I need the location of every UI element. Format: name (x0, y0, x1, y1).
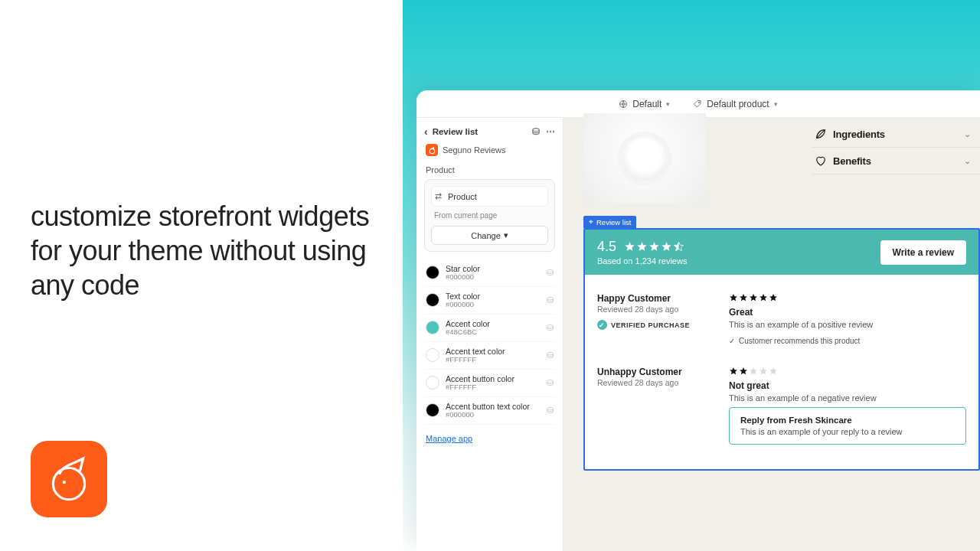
preview-canvas: Ingredients ⌄ Benefits ⌄ ⌖ Re (564, 118, 980, 551)
color-swatch (426, 293, 439, 307)
product-picker[interactable]: ⇄ Product (431, 186, 548, 207)
database-icon[interactable]: ⛁ (532, 126, 540, 137)
review-time: Reviewed 28 days ago (597, 378, 712, 387)
merchant-reply: Reply from Fresh Skincare This is an exa… (729, 407, 966, 445)
globe-icon (619, 99, 628, 109)
more-icon[interactable]: ⋯ (546, 126, 555, 137)
seguno-logo-icon (426, 144, 438, 156)
color-hex-label: #000000 (446, 411, 530, 419)
color-hex-label: #000000 (446, 301, 480, 309)
color-hex-label: #000000 (446, 273, 480, 282)
check-icon: ✓ (729, 337, 735, 345)
reviews-list: Happy Customer Reviewed 28 days ago ✓VER… (585, 275, 978, 469)
recommend-line: ✓Customer recommends this product (729, 337, 966, 345)
svg-point-4 (430, 148, 434, 153)
marketing-headline: customize storefront widgets for your th… (31, 199, 380, 302)
database-icon[interactable]: ⛁ (547, 295, 554, 305)
product-section-label: Product (426, 165, 554, 174)
database-icon[interactable]: ⛁ (547, 350, 554, 360)
database-icon[interactable]: ⛁ (547, 406, 554, 416)
product-value: Product (448, 192, 477, 201)
reviewer-name: Happy Customer (597, 293, 712, 304)
view-label: Default (632, 99, 662, 109)
heart-icon (815, 155, 827, 167)
chevron-down-icon: ▾ (774, 100, 778, 108)
widget-tag-label: Review list (596, 218, 631, 227)
customizer-panel: ‹ Review list ⛁ ⋯ Seguno Reviews Prod (416, 118, 564, 551)
database-icon[interactable]: ⛁ (547, 378, 554, 388)
color-row[interactable]: Accent text color #FFFFFF ⛁ (424, 342, 555, 370)
chevron-down-icon: ▾ (666, 100, 670, 108)
product-accordion: Ingredients ⌄ Benefits ⌄ (812, 121, 980, 174)
svg-point-1 (63, 481, 66, 484)
color-swatch (426, 376, 439, 390)
review-body: This is an example of a positive review (729, 320, 966, 329)
accordion-ingredients[interactable]: Ingredients ⌄ (812, 121, 980, 148)
database-icon[interactable]: ⛁ (547, 268, 554, 278)
review-stars (729, 367, 966, 376)
leaf-icon (815, 128, 827, 140)
product-card: ⇄ Product From current page Change ▾ (424, 179, 555, 252)
write-review-button[interactable]: Write a review (880, 240, 966, 265)
review-time: Reviewed 28 days ago (597, 305, 712, 314)
back-chevron-icon[interactable]: ‹ (424, 126, 428, 138)
accordion-benefits[interactable]: Benefits ⌄ (812, 148, 980, 174)
app-window: Default ▾ Default product ▾ ‹ Review lis… (416, 90, 980, 551)
product-selector[interactable]: Default product ▾ (693, 99, 777, 109)
brand-logo (31, 441, 107, 517)
color-row[interactable]: Accent button text color #000000 ⛁ (424, 397, 555, 425)
manage-app-link[interactable]: Manage app (426, 434, 472, 443)
color-hex-label: #48C6BC (446, 328, 490, 337)
link-icon: ⇄ (435, 191, 442, 201)
reviewer-name: Unhappy Customer (597, 367, 712, 377)
color-swatch (426, 266, 439, 279)
gradient-backdrop: Default ▾ Default product ▾ ‹ Review lis… (403, 0, 980, 551)
review-stars (729, 293, 966, 302)
unicorn-icon (44, 454, 94, 504)
change-button-label: Change (471, 231, 501, 240)
review-title: Not great (729, 380, 966, 391)
widget-selection-tag[interactable]: ⌖ Review list (583, 216, 636, 228)
reply-body: This is an example of your reply to a re… (740, 427, 955, 436)
review-body: This is an example of a negative review (729, 393, 966, 403)
review-summary-bar: 4.5 Based on 1,234 reviews Write a revie… (585, 230, 978, 275)
product-helper: From current page (434, 211, 547, 220)
reply-title: Reply from Fresh Skincare (740, 416, 955, 425)
product-image (583, 113, 706, 204)
view-selector[interactable]: Default ▾ (619, 99, 670, 109)
chevron-down-icon: ⌄ (964, 156, 977, 166)
tag-icon (693, 99, 702, 109)
color-row[interactable]: Star color #000000 ⛁ (424, 259, 555, 287)
svg-point-3 (699, 102, 701, 103)
color-swatch (426, 348, 439, 362)
chevron-down-icon: ⌄ (964, 129, 977, 139)
color-row[interactable]: Accent button color #FFFFFF ⛁ (424, 370, 555, 397)
review-title: Great (729, 307, 966, 318)
change-button[interactable]: Change ▾ (431, 226, 548, 245)
svg-point-0 (53, 468, 84, 500)
review-count-label: Based on 1,234 reviews (597, 256, 687, 266)
color-swatch (426, 321, 439, 334)
accordion-label: Ingredients (833, 129, 885, 140)
app-brand-row: Seguno Reviews (426, 144, 555, 156)
review-widget-frame: ⌖ Review list 4.5 Based on 1,234 reviews (583, 228, 980, 471)
product-selector-label: Default product (707, 99, 769, 109)
color-hex-label: #FFFFFF (446, 383, 514, 392)
marketing-pane: customize storefront widgets for your th… (0, 0, 403, 551)
target-icon: ⌖ (589, 217, 593, 227)
product-dish-icon (618, 132, 671, 185)
review-row: Happy Customer Reviewed 28 days ago ✓VER… (597, 285, 966, 359)
color-row[interactable]: Accent color #48C6BC ⛁ (424, 315, 555, 342)
color-hex-label: #FFFFFF (446, 356, 505, 364)
color-swatch (426, 403, 439, 417)
avg-rating-stars (624, 241, 684, 253)
check-icon: ✓ (597, 320, 607, 330)
avg-rating-value: 4.5 (597, 239, 616, 255)
app-name-label: Seguno Reviews (443, 145, 506, 155)
database-icon[interactable]: ⛁ (547, 323, 554, 333)
review-row: Unhappy Customer Reviewed 28 days ago No… (597, 359, 966, 458)
panel-title: Review list (433, 127, 478, 136)
verified-badge: ✓VERIFIED PURCHASE (597, 320, 712, 330)
color-row[interactable]: Text color #000000 ⛁ (424, 287, 555, 315)
accordion-label: Benefits (833, 155, 871, 167)
